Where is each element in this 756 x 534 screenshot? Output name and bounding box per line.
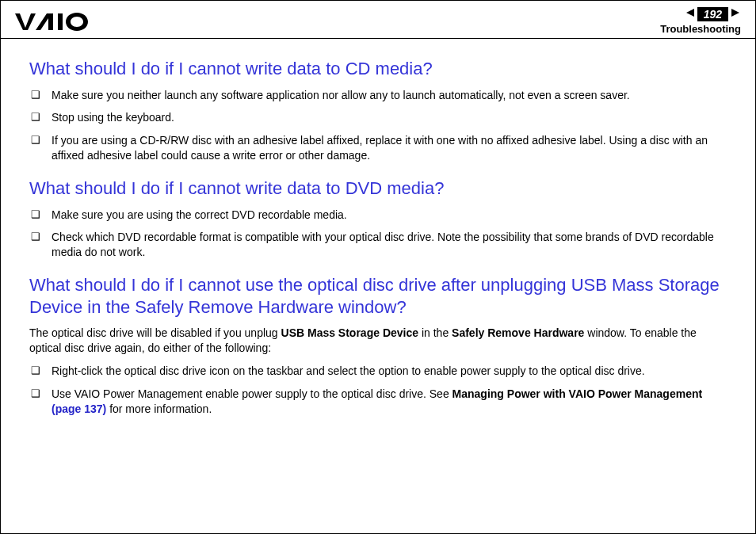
page-content: What should I do if I cannot write data … (1, 39, 755, 417)
list-cd: Make sure you neither launch any softwar… (29, 88, 727, 164)
list-optical: Right-click the optical disc drive icon … (29, 364, 727, 417)
bold-text: Safely Remove Hardware (452, 326, 584, 339)
heading-cd: What should I do if I cannot write data … (29, 58, 727, 80)
svg-marker-2 (731, 9, 739, 17)
page-nav: 192 (660, 7, 741, 21)
heading-optical: What should I do if I cannot use the opt… (29, 274, 727, 318)
list-item: Right-click the optical disc drive icon … (29, 364, 727, 379)
list-item: Check which DVD recordable format is com… (29, 230, 727, 260)
section-label: Troubleshooting (660, 23, 741, 35)
page-header: 192 Troubleshooting (1, 1, 755, 39)
list-item: Stop using the keyboard. (29, 110, 727, 125)
list-item: Make sure you are using the correct DVD … (29, 208, 727, 223)
text: Use VAIO Power Management enable power s… (52, 387, 452, 400)
heading-dvd: What should I do if I cannot write data … (29, 177, 727, 200)
list-item: If you are using a CD-R/RW disc with an … (29, 133, 727, 163)
text: in the (418, 326, 452, 339)
svg-marker-1 (686, 9, 694, 17)
bold-text: USB Mass Storage Device (281, 326, 419, 339)
page-link[interactable]: (page 137) (52, 402, 106, 415)
bold-text: Managing Power with VAIO Power Managemen… (452, 387, 703, 400)
page-number: 192 (697, 7, 728, 21)
svg-rect-0 (58, 13, 63, 30)
text: The optical disc drive will be disabled … (29, 326, 281, 339)
list-dvd: Make sure you are using the correct DVD … (29, 208, 727, 261)
next-page-icon[interactable] (730, 7, 741, 21)
text: for more information. (106, 402, 212, 415)
intro-paragraph: The optical disc drive will be disabled … (29, 326, 727, 356)
list-item: Use VAIO Power Management enable power s… (29, 387, 727, 417)
list-item: Make sure you neither launch any softwar… (29, 88, 727, 103)
prev-page-icon[interactable] (685, 7, 696, 21)
document-page: 192 Troubleshooting What should I do if … (0, 0, 756, 534)
vaio-logo (15, 12, 102, 31)
header-right: 192 Troubleshooting (660, 7, 741, 35)
